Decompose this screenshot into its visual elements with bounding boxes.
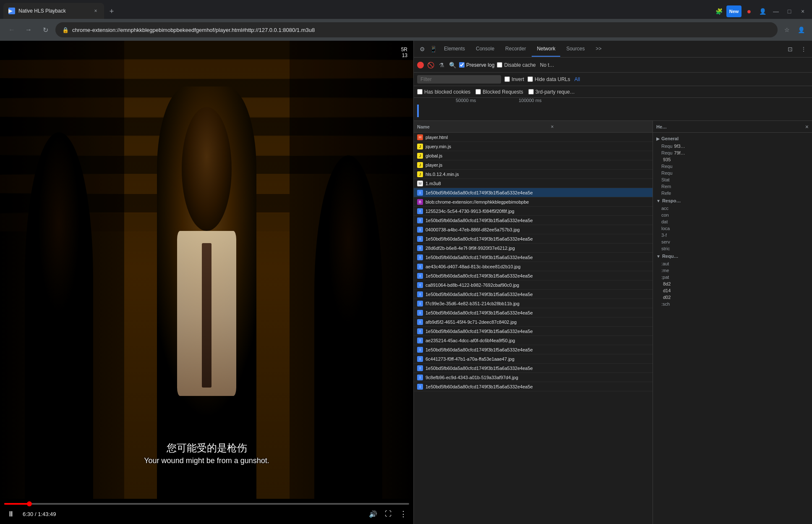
throttling-dropdown[interactable]: No t…	[540, 62, 554, 68]
network-list-item[interactable]: I 1e50bd5fb60da5a80cfcd1749f3b1f5a6a5332…	[414, 234, 653, 244]
extensions-icon[interactable]: 🧩	[713, 5, 725, 17]
devtools-more-icon[interactable]: ⋮	[799, 44, 809, 54]
address-input[interactable]: 🔒 chrome-extension://emnphkkblegpebimobp…	[55, 22, 778, 37]
maximize-icon[interactable]: □	[783, 5, 795, 17]
network-list-item[interactable]: I 1e50bd5fb60da5a80cfcd1749f3b1f5a6a5332…	[414, 253, 653, 262]
network-list-item[interactable]: I 1e50bd5fb60da5a80cfcd1749f3b1f5a6a5332…	[414, 308, 653, 317]
network-list-item[interactable]: I 1e50bd5fb60da5a80cfcd1749f3b1f5a6a5332…	[414, 327, 653, 336]
speed-indicator: 5R 13	[401, 47, 407, 58]
reload-button[interactable]: ↻	[39, 23, 52, 37]
network-list-item[interactable]: I 9c8efb96-ec9d-4343-a01b-519a33af97d4.j…	[414, 373, 653, 382]
video-content: 您可能受的是枪伤 Your wound might be from a guns…	[0, 41, 413, 524]
new-extension-badge[interactable]: New	[726, 5, 742, 17]
main-area: 您可能受的是枪伤 Your wound might be from a guns…	[0, 41, 812, 524]
right-panel-content: ▶GeneralRequ9f3…Requ79f…935RequRequStatR…	[653, 133, 812, 524]
tab-elements[interactable]: Elements	[439, 42, 470, 57]
new-tab-button[interactable]: +	[106, 5, 117, 17]
devtools-dock-icon[interactable]: ⊡	[785, 44, 795, 54]
profile-icon[interactable]: 👤	[795, 24, 807, 36]
network-list-item[interactable]: I 1e50bd5fb60da5a80cfcd1749f3b1f5a6a5332…	[414, 290, 653, 299]
address-right-icons: ☆ 👤	[781, 24, 807, 36]
network-list-item[interactable]: I 1e50bd5fb60da5a80cfcd1749f3b1f5a6a5332…	[414, 364, 653, 373]
time-display: 6:30 / 1:43:49	[23, 511, 56, 517]
tab-console[interactable]: Console	[471, 42, 499, 57]
disable-cache-checkbox[interactable]: Disable cache	[497, 62, 535, 68]
record-button[interactable]	[417, 62, 424, 68]
has-blocked-cookies-checkbox[interactable]: Has blocked cookies	[417, 89, 470, 95]
user-profile-icon[interactable]: 👤	[757, 5, 768, 17]
back-button[interactable]: ←	[5, 23, 18, 37]
clear-button[interactable]: 🚫	[426, 61, 435, 69]
network-list-item[interactable]: I 6c441273-f0ff-47b1-a70a-ffa53e1aae47.j…	[414, 354, 653, 364]
tab-close-button[interactable]: ×	[92, 8, 99, 14]
preserve-log-checkbox[interactable]: Preserve log	[459, 62, 494, 68]
hide-data-urls-checkbox[interactable]: Hide data URLs	[527, 76, 570, 82]
network-list-item[interactable]: I 1e50bd5fb60da5a80cfcd1749f3b1f5a6a5332…	[414, 188, 653, 197]
network-list-item[interactable]: I ae235214-45ac-4dcc-af0f-dc6bf4ea9f50.j…	[414, 336, 653, 345]
file-name-text: player.js	[426, 162, 442, 168]
file-name-text: 1e50bd5fb60da5a80cfcd1749f3b1f5a6a5332e4…	[426, 292, 533, 297]
network-list-item[interactable]: I 28d6df2b-b6e8-4e7f-9f9f-9920f37e6212.j…	[414, 244, 653, 253]
forward-button[interactable]: →	[22, 23, 35, 37]
general-section-header[interactable]: ▶General	[653, 134, 812, 143]
tab-sources[interactable]: Sources	[561, 42, 590, 57]
chrome-menu-icon[interactable]: ●	[743, 5, 755, 17]
network-list-item[interactable]: I 1255234c-5c54-4730-9913-f084f5f20f8f.j…	[414, 207, 653, 216]
volume-button[interactable]: 🔊	[367, 508, 379, 520]
network-list-item[interactable]: J global.js	[414, 151, 653, 160]
network-list-item[interactable]: H player.html	[414, 133, 653, 142]
fullscreen-button[interactable]: ⛶	[382, 508, 394, 520]
video-controls: ⏸ 6:30 / 1:43:49 🔊 ⛶ ⋮	[0, 499, 413, 524]
network-list-item[interactable]: I 04000738-a4bc-47eb-886f-d82ee5a757b3.j…	[414, 225, 653, 234]
network-file-name: I 1e50bd5fb60da5a80cfcd1749f3b1f5a6a5332…	[414, 384, 548, 390]
play-pause-button[interactable]: ⏸	[4, 507, 18, 521]
tab-network[interactable]: Network	[532, 42, 560, 57]
file-name-text: 1e50bd5fb60da5a80cfcd1749f3b1f5a6a5332e4…	[426, 384, 533, 389]
tab-recorder[interactable]: Recorder	[500, 42, 531, 57]
bookmark-icon[interactable]: ☆	[781, 24, 793, 36]
network-list-item[interactable]: I f7c99e3e-35d6-4e82-b351-214cb28bb11b.j…	[414, 299, 653, 308]
close-window-icon[interactable]: ×	[797, 5, 809, 17]
file-name-text: global.js	[426, 153, 442, 158]
filter-input[interactable]	[417, 75, 501, 84]
search-button[interactable]: 🔍	[448, 61, 457, 69]
filter-button[interactable]: ⚗	[437, 61, 446, 69]
devtools-responsive-icon[interactable]: 📱	[428, 44, 438, 54]
file-name-text: 04000738-a4bc-47eb-886f-d82ee5a757b3.jpg	[426, 227, 520, 232]
network-list[interactable]: H player.html J jquery.min.js J global.j…	[414, 133, 653, 524]
more-options-button[interactable]: ⋮	[397, 508, 409, 520]
request-section-item: :aut	[653, 260, 812, 267]
network-list-item[interactable]: J jquery.min.js	[414, 142, 653, 151]
devtools-settings-icon[interactable]: ⚙	[417, 44, 427, 54]
network-list-item[interactable]: I 1e50bd5fb60da5a80cfcd1749f3b1f5a6a5332…	[414, 216, 653, 225]
network-list-item[interactable]: B blob:chrome-extension://emnphkkblegpeb…	[414, 197, 653, 207]
tab-more[interactable]: >>	[590, 42, 606, 57]
network-list-item[interactable]: I afb9d5f2-4651-45f4-9c71-2deec87c8402.j…	[414, 317, 653, 327]
network-file-name: I 1255234c-5c54-4730-9913-f084f5f20f8f.j…	[414, 208, 548, 214]
third-party-checkbox[interactable]: 3rd-party reque…	[528, 89, 575, 95]
response-section-header[interactable]: ▼Respo…	[653, 196, 812, 205]
blocked-requests-checkbox[interactable]: Blocked Requests	[475, 89, 523, 95]
network-list-item[interactable]: I ae43c406-d407-48ad-813c-bbcee81d2b10.j…	[414, 262, 653, 271]
request-section-header[interactable]: ▼Requ…	[653, 252, 812, 260]
network-list-item[interactable]: J hls.0.12.4.min.js	[414, 170, 653, 179]
minimize-icon[interactable]: —	[770, 5, 782, 17]
network-list-item[interactable]: I 1e50bd5fb60da5a80cfcd1749f3b1f5a6a5332…	[414, 345, 653, 354]
invert-checkbox[interactable]: Invert	[504, 76, 524, 82]
progress-bar[interactable]	[4, 503, 409, 505]
request-section-item: 8d2	[653, 280, 812, 287]
network-file-name: J jquery.min.js	[414, 144, 548, 149]
network-list-item[interactable]: I ca891064-bd8b-4122-b982-7692cbaf90c0.j…	[414, 280, 653, 290]
response-section-item: serv	[653, 238, 812, 245]
file-type-icon: I	[417, 282, 423, 288]
network-file-name: I 1e50bd5fb60da5a80cfcd1749f3b1f5a6a5332…	[414, 347, 548, 353]
network-list-item[interactable]: M 1.m3u8	[414, 179, 653, 188]
right-panel-close-button[interactable]: ×	[805, 123, 809, 130]
network-list-item[interactable]: I 1e50bd5fb60da5a80cfcd1749f3b1f5a6a5332…	[414, 382, 653, 391]
panel-close-button[interactable]: ×	[548, 124, 556, 130]
network-list-item[interactable]: I 1e50bd5fb60da5a80cfcd1749f3b1f5a6a5332…	[414, 271, 653, 280]
all-filter-button[interactable]: All	[574, 76, 580, 82]
network-list-item[interactable]: J player.js	[414, 160, 653, 170]
video-player[interactable]: 您可能受的是枪伤 Your wound might be from a guns…	[0, 41, 413, 524]
active-tab[interactable]: ▶ Native HLS Playback ×	[3, 3, 104, 19]
